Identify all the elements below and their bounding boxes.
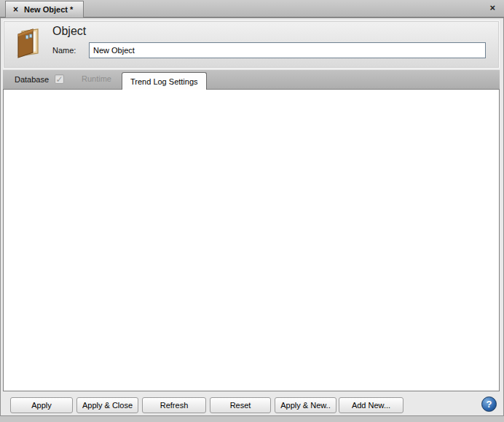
document-tabstrip: × New Object * × — [0, 0, 504, 17]
tab-trend-log-settings-label: Trend Log Settings — [130, 77, 198, 86]
name-label: Name: — [52, 46, 76, 55]
open-door-icon — [13, 26, 42, 60]
settings-tabbar: Database ✓ Runtime Trend Log Settings — [3, 70, 500, 89]
window-close-icon[interactable]: × — [489, 2, 495, 13]
reset-button[interactable]: Reset — [210, 397, 271, 413]
tab-database[interactable]: Database ✓ — [15, 74, 64, 84]
object-type-title: Object — [52, 25, 86, 38]
tab-content-panel — [3, 89, 500, 391]
apply-new-button[interactable]: Apply & New.. — [275, 397, 336, 413]
refresh-button[interactable]: Refresh — [142, 397, 206, 413]
document-tab[interactable]: × New Object * — [5, 1, 84, 17]
tab-close-icon[interactable]: × — [13, 4, 18, 15]
tab-trend-log-settings[interactable]: Trend Log Settings — [122, 72, 207, 90]
application-window: × New Object * × Object Name: Database ✓… — [0, 0, 504, 422]
tab-runtime: Runtime — [82, 74, 111, 83]
name-input[interactable] — [89, 42, 486, 58]
tab-database-label: Database — [15, 75, 49, 84]
tab-runtime-label: Runtime — [82, 74, 111, 83]
add-new-button[interactable]: Add New... — [339, 397, 403, 413]
apply-close-button[interactable]: Apply & Close — [76, 397, 138, 413]
document-tab-title: New Object * — [24, 5, 73, 14]
database-saved-checkbox: ✓ — [55, 74, 64, 84]
check-icon: ✓ — [56, 75, 63, 84]
help-icon[interactable]: ? — [481, 396, 497, 412]
apply-button[interactable]: Apply — [10, 397, 73, 413]
